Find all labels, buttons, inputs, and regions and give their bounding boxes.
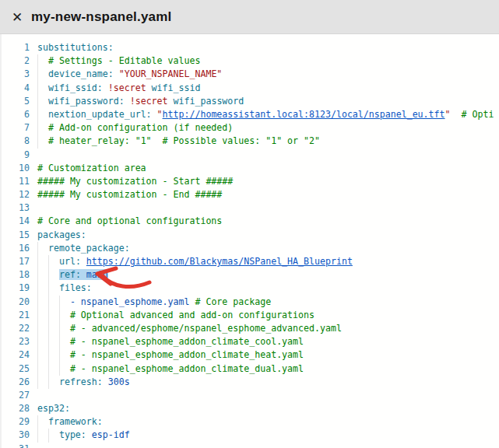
line-number[interactable]: 6 xyxy=(2,108,30,121)
code-line-27[interactable]: 27 xyxy=(2,389,499,402)
line-number[interactable]: 21 xyxy=(2,309,30,322)
line-number[interactable]: 3 xyxy=(2,68,30,81)
line-number[interactable]: 12 xyxy=(2,188,30,201)
line-number[interactable]: 26 xyxy=(2,376,30,389)
code-line-20[interactable]: 20 - nspanel_esphome.yaml # Core package xyxy=(2,296,499,309)
code-text[interactable]: # Optional advanced and add-on configura… xyxy=(37,309,315,322)
code-line-23[interactable]: 23 # - nspanel_esphome_addon_climate_coo… xyxy=(2,335,499,348)
indent-spaces xyxy=(37,363,70,374)
code-line-22[interactable]: 22 # - advanced/esphome/nspanel_esphome_… xyxy=(2,322,499,335)
url-link[interactable]: https://github.com/Blackymas/NSPanel_HA_… xyxy=(86,256,353,267)
code-line-1[interactable]: 1substitutions: xyxy=(2,41,499,54)
code-text[interactable]: device_name: "YOUR_NSPANEL_NAME" xyxy=(37,68,222,81)
code-line-21[interactable]: 21 # Optional advanced and add-on config… xyxy=(2,309,499,322)
code-text[interactable]: files: xyxy=(37,282,92,295)
code-text[interactable]: # Add-on configuration (if needed) xyxy=(37,121,233,135)
code-line-28[interactable]: 28esp32: xyxy=(2,402,499,415)
code-line-25[interactable]: 25 # - nspanel_esphome_addon_climate_dua… xyxy=(2,362,499,376)
comment-token: # heater_relay: "1" # Possible values: "… xyxy=(48,135,320,146)
line-number[interactable]: 4 xyxy=(2,82,30,95)
code-text[interactable]: framework: xyxy=(37,415,103,429)
code-text[interactable]: esp32: xyxy=(37,402,70,415)
code-line-26[interactable]: 26 refresh: 300s xyxy=(2,376,499,389)
code-text[interactable]: substitutions: xyxy=(37,41,114,54)
close-icon[interactable]: ✕ xyxy=(6,6,28,28)
selected-text[interactable]: ref: main xyxy=(59,269,108,280)
code-text[interactable]: ref: main xyxy=(37,268,108,282)
line-number[interactable]: 30 xyxy=(2,429,30,442)
code-text[interactable]: # - advanced/esphome/nspanel_esphome_adv… xyxy=(37,322,342,335)
code-line-12[interactable]: 12##### My customization - End ##### xyxy=(2,188,499,201)
code-text[interactable]: wifi_ssid: !secret wifi_ssid xyxy=(37,82,200,95)
code-line-4[interactable]: 4 wifi_ssid: !secret wifi_ssid xyxy=(2,82,499,95)
line-number[interactable]: 9 xyxy=(2,149,30,162)
line-number[interactable]: 28 xyxy=(2,402,30,415)
line-number[interactable]: 31 xyxy=(2,443,30,448)
code-line-7[interactable]: 7 # Add-on configuration (if needed) xyxy=(2,121,499,135)
line-number[interactable]: 18 xyxy=(2,268,30,282)
code-line-16[interactable]: 16 remote_package: xyxy=(2,242,499,255)
line-number[interactable]: 16 xyxy=(2,242,30,255)
code-line-13[interactable]: 13 xyxy=(2,201,499,215)
code-token: : xyxy=(97,416,103,427)
line-number[interactable]: 11 xyxy=(2,175,30,188)
line-number[interactable]: 23 xyxy=(2,335,30,348)
code-line-15[interactable]: 15packages: xyxy=(2,229,499,242)
line-number[interactable]: 1 xyxy=(2,41,30,54)
code-text[interactable]: # Settings - Editable values xyxy=(37,54,200,68)
code-line-6[interactable]: 6 nextion_update_url: "http://homeassist… xyxy=(2,108,499,121)
line-number[interactable]: 19 xyxy=(2,282,30,295)
code-line-3[interactable]: 3 device_name: "YOUR_NSPANEL_NAME" xyxy=(2,68,499,81)
line-number[interactable]: 17 xyxy=(2,255,30,268)
code-line-24[interactable]: 24 # - nspanel_esphome_addon_climate_hea… xyxy=(2,348,499,362)
code-text[interactable]: # Customization area xyxy=(37,162,146,175)
code-text[interactable]: wifi_password: !secret wifi_password xyxy=(37,95,244,108)
line-number[interactable]: 7 xyxy=(2,121,30,135)
code-line-30[interactable]: 30 type: esp-idf xyxy=(2,429,499,442)
code-line-19[interactable]: 19 files: xyxy=(2,282,499,295)
code-text[interactable]: # heater_relay: "1" # Possible values: "… xyxy=(37,135,320,148)
code-line-11[interactable]: 11##### My customization - Start ##### xyxy=(2,175,499,188)
code-text[interactable]: # Core and optional configurations xyxy=(37,215,222,228)
code-text[interactable]: ##### My customization - Start ##### xyxy=(37,175,233,188)
line-number[interactable]: 24 xyxy=(2,348,30,362)
code-line-18[interactable]: 18 ref: main xyxy=(2,268,499,282)
code-line-5[interactable]: 5 wifi_password: !secret wifi_password xyxy=(2,95,499,108)
code-text[interactable]: ##### My customization - End ##### xyxy=(37,188,222,201)
code-line-29[interactable]: 29 framework: xyxy=(2,415,499,429)
line-number[interactable]: 2 xyxy=(2,54,30,68)
line-number[interactable]: 14 xyxy=(2,215,30,228)
code-token: main xyxy=(86,269,108,280)
line-number[interactable]: 29 xyxy=(2,415,30,429)
code-text[interactable]: url: https://github.com/Blackymas/NSPane… xyxy=(37,255,353,268)
code-line-10[interactable]: 10# Customization area xyxy=(2,162,499,175)
code-text[interactable]: # - nspanel_esphome_addon_climate_heat.y… xyxy=(37,348,304,362)
code-editor[interactable]: 1substitutions:2 # Settings - Editable v… xyxy=(0,34,499,448)
url-link[interactable]: http://homeassistant.local:8123/local/ns… xyxy=(163,109,445,120)
code-line-2[interactable]: 2 # Settings - Editable values xyxy=(2,54,499,68)
line-number[interactable]: 25 xyxy=(2,362,30,376)
line-number[interactable]: 13 xyxy=(2,201,30,215)
code-text[interactable]: packages: xyxy=(37,229,86,242)
line-number[interactable]: 5 xyxy=(2,95,30,108)
line-number[interactable]: 15 xyxy=(2,229,30,242)
code-text[interactable]: # - nspanel_esphome_addon_climate_cool.y… xyxy=(37,335,304,348)
line-number[interactable]: 20 xyxy=(2,296,30,309)
code-text[interactable]: # - nspanel_esphome_addon_climate_dual.y… xyxy=(37,362,304,376)
line-number[interactable]: 27 xyxy=(2,389,30,402)
code-text[interactable]: refresh: 300s xyxy=(37,376,130,389)
code-token xyxy=(152,109,157,120)
code-line-9[interactable]: 9 xyxy=(2,149,499,162)
line-number[interactable]: 8 xyxy=(2,135,30,148)
code-text[interactable]: remote_package: xyxy=(37,242,130,255)
code-token: : xyxy=(76,269,81,280)
line-number[interactable]: 10 xyxy=(2,162,30,175)
code-line-14[interactable]: 14# Core and optional configurations xyxy=(2,215,499,228)
code-text[interactable]: nextion_update_url: "http://homeassistan… xyxy=(37,108,494,121)
line-number[interactable]: 22 xyxy=(2,322,30,335)
code-line-31[interactable]: 31 xyxy=(2,443,499,448)
code-text[interactable]: - nspanel_esphome.yaml # Core package xyxy=(37,296,271,309)
code-line-17[interactable]: 17 url: https://github.com/Blackymas/NSP… xyxy=(2,255,499,268)
code-line-8[interactable]: 8 # heater_relay: "1" # Possible values:… xyxy=(2,135,499,148)
code-text[interactable]: type: esp-idf xyxy=(37,429,130,442)
